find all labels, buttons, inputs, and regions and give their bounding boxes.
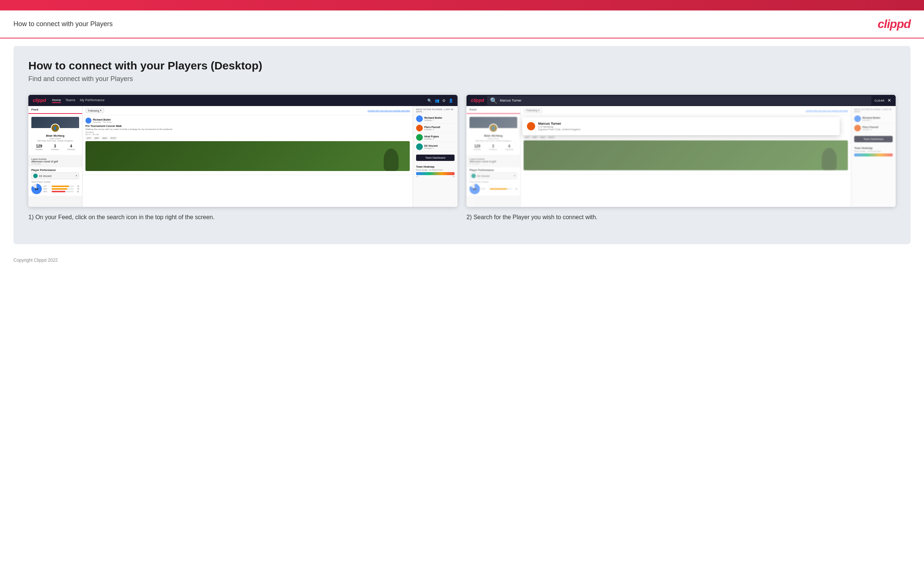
piers-name: Piers Parnell [424, 126, 455, 128]
followers-label: Followers [51, 148, 59, 151]
player-select-avatar [33, 174, 38, 178]
eli-activities: Activities: 1 [424, 147, 455, 149]
nav-teams[interactable]: Teams [65, 98, 75, 103]
arg-label: ARG [43, 190, 51, 193]
feed-tab[interactable]: Feed [28, 106, 82, 114]
eli-name: Eli Vincent [424, 144, 455, 147]
marcus-handicap: 1-5 Handicap [538, 125, 581, 128]
piers-avatar [416, 125, 423, 132]
player-select-name: Eli Vincent [39, 175, 74, 177]
activity-user-name: Richard Butler [93, 119, 410, 121]
bg-name: Blair McHarg [469, 134, 517, 137]
bg-left: Feed 👤 Blair McHarg Golf Coach Mill Ride… [466, 106, 521, 207]
nav-home[interactable]: Home [52, 98, 61, 103]
following-label: Following [88, 109, 99, 112]
caption-1: 1) On your Feed, click on the search ico… [28, 213, 458, 222]
heatmap-max: +5 [452, 175, 455, 178]
search-results-dropdown: Marcus Turner 1-5 Handicap Cypress Point… [523, 117, 840, 135]
stat-following: 4 Following [67, 144, 75, 151]
hiral-info: Hiral Pujara Activities: 3 [424, 135, 455, 140]
latest-activity-date: 27 Jul 2022 [31, 163, 79, 165]
activities-label: Activities [36, 148, 43, 151]
hiral-avatar [416, 134, 423, 141]
main-heading: How to connect with your Players (Deskto… [28, 59, 896, 72]
total-quality-label: Total Player Quality [31, 181, 79, 183]
activity-title: Pre Tournament Course Walk [86, 125, 410, 127]
activity-tags: OTT APP ARG PUTT [86, 136, 410, 140]
search-icon[interactable]: 🔍 [427, 99, 432, 103]
piers-activities: Activities: 4 [424, 128, 455, 131]
hiral-name: Hiral Pujara [424, 135, 455, 138]
bg-stat-2: 3 Followers [489, 144, 497, 151]
bg-stats: 129 Activities 3 Followers 4 [469, 144, 517, 151]
duration-value: 02 hr : 00 min [86, 133, 410, 136]
active-player-richard: Richard Butler Activities: 7 [413, 114, 458, 123]
close-search-icon[interactable]: ✕ [887, 98, 891, 103]
ott-bar-bg [52, 185, 74, 187]
control-privacy-link[interactable]: Control who can see your activity and da… [367, 109, 410, 112]
bg-profile: 👤 Blair McHarg Golf Coach Mill Ride Golf… [466, 114, 520, 155]
heatmap-subtitle: Player Quality · 20 Round Trend [413, 169, 458, 172]
nav-performance[interactable]: My Performance [80, 98, 105, 103]
blurred-content: Feed 👤 Blair McHarg Golf Coach Mill Ride… [466, 106, 896, 207]
profile-club: Mill Ride Golf Club, United Kingdom [31, 140, 79, 142]
app-bar-bg [52, 188, 74, 190]
people-icon[interactable]: 👥 [435, 99, 439, 103]
following-row: Following ▾ Control who can see your act… [83, 106, 413, 115]
clear-button[interactable]: CLEAR [874, 99, 884, 102]
latest-activity-name: Afternoon round of golf [31, 160, 79, 163]
richard-avatar [416, 115, 423, 122]
app-right-panel: Most Active Players - Last 30 days Richa… [413, 106, 458, 207]
arg-bar-row: ARG 61 [43, 190, 79, 193]
bg-club: Mill Ride Golf Club, United Kingdom [469, 140, 517, 142]
main-content: How to connect with your Players (Deskto… [13, 46, 911, 244]
richard-name: Richard Butler [424, 117, 455, 119]
search-result-marcus[interactable]: Marcus Turner 1-5 Handicap Cypress Point… [523, 120, 840, 133]
activities-count: 129 [36, 144, 43, 148]
richard-activities: Activities: 7 [424, 119, 455, 121]
search-icon-2: 🔍 [490, 97, 497, 104]
following-chevron-icon: ▾ [100, 109, 102, 112]
tag-putt: PUTT [109, 136, 117, 140]
bg-stat-3: 4 Following [505, 144, 513, 151]
header: How to connect with your Players clippd [0, 10, 924, 39]
screenshot-1-container: clippd Home Teams My Performance 🔍 👥 ⚙ 👤 [28, 95, 458, 222]
quality-row: 84 OTT 79 [31, 184, 79, 194]
tag-arg: ARG [101, 136, 108, 140]
eli-info: Eli Vincent Activities: 1 [424, 144, 455, 149]
marcus-name: Marcus Turner [538, 122, 581, 125]
app-navbar-1: clippd Home Teams My Performance 🔍 👥 ⚙ 👤 [28, 95, 458, 106]
ott-value: 79 [74, 185, 79, 187]
arg-bar-fill [52, 191, 65, 192]
main-subheading: Find and connect with your Players [28, 75, 896, 83]
bg-feed-tab: Feed [466, 106, 520, 114]
avatar: 👤 [51, 123, 60, 133]
quality-circle: 84 [31, 184, 42, 194]
activity-user-avatar [86, 118, 91, 123]
page-title: How to connect with your Players [13, 20, 113, 28]
logo: clippd [878, 17, 911, 31]
activity-user-info: Richard Butler Yesterday · The Grove [93, 119, 410, 123]
tag-ott: OTT [86, 136, 92, 140]
arg-bar-bg [52, 191, 74, 192]
profile-name: Blair McHarg [31, 134, 79, 137]
activity-user-row: Richard Butler Yesterday · The Grove [86, 118, 410, 123]
following-button[interactable]: Following ▾ [86, 108, 104, 113]
arg-value: 61 [74, 190, 79, 193]
bg-stat-1: 129 Activities [474, 144, 481, 151]
app-value: 70 [74, 188, 79, 190]
screenshots-row: clippd Home Teams My Performance 🔍 👥 ⚙ 👤 [28, 95, 896, 222]
caption-2: 2) Search for the Player you wish to con… [466, 213, 896, 222]
search-input-area[interactable]: 🔍 Marcus Turner [487, 96, 871, 105]
player-select[interactable]: Eli Vincent ▾ [31, 172, 79, 179]
settings-icon[interactable]: ⚙ [442, 99, 446, 103]
search-input-text: Marcus Turner [500, 99, 868, 102]
screenshot-2-frame: clippd 🔍 Marcus Turner CLEAR ✕ Feed [466, 95, 896, 207]
chevron-down-icon: ▾ [76, 174, 77, 177]
marcus-avatar [527, 122, 535, 130]
app-body-1: Feed 👤 Blair McHarg Golf Coach Mill Ride… [28, 106, 458, 207]
following-count: 4 [67, 144, 75, 148]
team-dashboard-button[interactable]: Team Dashboard [416, 154, 455, 161]
avatar-icon[interactable]: 👤 [448, 99, 453, 103]
active-player-piers: Piers Parnell Activities: 4 [413, 123, 458, 133]
